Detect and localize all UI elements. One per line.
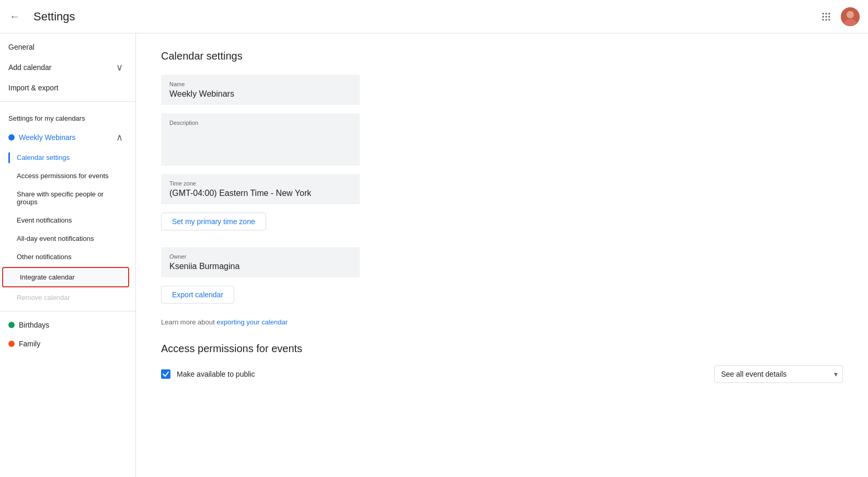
name-value: Weekly Webinars <box>169 89 351 99</box>
add-calendar-label: Add calendar <box>8 63 52 72</box>
make-public-checkbox[interactable] <box>161 369 170 379</box>
svg-point-0 <box>823 13 824 14</box>
general-label: General <box>8 43 35 51</box>
svg-point-3 <box>823 16 824 17</box>
timezone-value: (GMT-04:00) Eastern Time - New York <box>169 189 351 198</box>
svg-point-1 <box>825 13 827 14</box>
weekly-webinars-dot <box>8 134 15 141</box>
owner-field-group: Owner Kseniia Burmagina <box>161 247 360 277</box>
exporting-calendar-link[interactable]: exporting your calendar <box>216 318 288 326</box>
svg-point-5 <box>828 16 830 17</box>
svg-point-8 <box>828 19 830 20</box>
access-permissions-label: Access permissions for events <box>17 172 109 180</box>
share-people-label: Share with specific people or groups <box>17 190 104 206</box>
sidebar-item-weekly-webinars[interactable]: Weekly Webinars ∧ <box>0 126 131 148</box>
sidebar: General Add calendar ∨ Import & export S… <box>0 33 136 477</box>
svg-point-7 <box>825 19 827 20</box>
family-dot <box>8 341 15 347</box>
sidebar-sub-allday-notifications[interactable]: All-day event notifications <box>0 229 131 248</box>
make-public-row: Make available to public See all event d… <box>161 365 843 383</box>
sidebar-sub-access-permissions[interactable]: Access permissions for events <box>0 167 131 185</box>
birthdays-dot <box>8 322 15 328</box>
back-button[interactable]: ← <box>4 6 25 27</box>
my-calendars-section-title: Settings for my calendars <box>0 106 135 126</box>
set-timezone-button[interactable]: Set my primary time zone <box>161 213 266 230</box>
back-icon: ← <box>9 10 20 22</box>
chevron-down-icon: ∨ <box>116 62 123 73</box>
calendar-settings-heading: Calendar settings <box>161 50 843 62</box>
sidebar-divider-1 <box>0 101 135 102</box>
grid-icon <box>821 11 831 22</box>
integrate-calendar-label: Integrate calendar <box>20 273 75 281</box>
calendar-settings-label: Calendar settings <box>17 154 70 161</box>
app-header: ← Settings <box>0 0 868 33</box>
import-export-label: Import & export <box>8 84 59 92</box>
access-permissions-heading: Access permissions for events <box>161 343 843 355</box>
sidebar-item-add-calendar[interactable]: Add calendar ∨ <box>0 56 131 78</box>
sidebar-item-general[interactable]: General <box>0 38 131 56</box>
svg-point-10 <box>847 11 854 18</box>
event-notifications-label: Event notifications <box>17 216 72 224</box>
event-details-dropdown[interactable]: See all event details See only free/busy… <box>714 365 843 383</box>
name-field-group: Name Weekly Webinars <box>161 75 360 105</box>
birthdays-label: Birthdays <box>19 321 49 329</box>
sidebar-sub-other-notifications[interactable]: Other notifications <box>0 248 131 266</box>
name-label: Name <box>169 81 351 87</box>
weekly-webinars-label: Weekly Webinars <box>19 133 75 142</box>
sidebar-sub-remove-calendar[interactable]: Remove calendar <box>0 288 131 307</box>
sidebar-item-birthdays[interactable]: Birthdays <box>0 316 131 334</box>
export-calendar-button[interactable]: Export calendar <box>161 286 234 304</box>
main-content: Calendar settings Name Weekly Webinars D… <box>136 33 868 477</box>
sidebar-item-family[interactable]: Family <box>0 334 131 353</box>
sidebar-item-import-export[interactable]: Import & export <box>0 78 131 97</box>
event-details-dropdown-wrapper: See all event details See only free/busy… <box>714 365 843 383</box>
owner-label: Owner <box>169 253 351 260</box>
svg-point-4 <box>825 16 827 17</box>
user-avatar[interactable] <box>841 7 860 26</box>
owner-value: Kseniia Burmagina <box>169 262 351 271</box>
sidebar-sub-calendar-settings[interactable]: Calendar settings <box>0 148 131 167</box>
timezone-label: Time zone <box>169 180 351 187</box>
sidebar-sub-integrate-calendar[interactable]: Integrate calendar <box>2 267 129 287</box>
header-left: ← Settings <box>4 6 816 27</box>
sidebar-divider-2 <box>0 311 135 311</box>
timezone-field-group: Time zone (GMT-04:00) Eastern Time - New… <box>161 174 360 204</box>
learn-more-text: Learn more about exporting your calendar <box>161 318 843 326</box>
svg-point-2 <box>828 13 830 14</box>
app-layout: General Add calendar ∨ Import & export S… <box>0 33 868 477</box>
family-label: Family <box>19 340 40 348</box>
apps-button[interactable] <box>816 6 837 27</box>
description-field-group: Description <box>161 113 360 166</box>
chevron-up-icon: ∧ <box>116 132 123 143</box>
page-title: Settings <box>33 10 75 24</box>
other-notifications-label: Other notifications <box>17 253 72 261</box>
allday-notifications-label: All-day event notifications <box>17 235 94 242</box>
make-public-label: Make available to public <box>177 370 255 378</box>
description-label: Description <box>169 120 351 126</box>
header-right <box>816 6 860 27</box>
sidebar-sub-share-people[interactable]: Share with specific people or groups <box>0 185 131 211</box>
remove-calendar-label: Remove calendar <box>17 294 70 301</box>
svg-point-6 <box>823 19 824 20</box>
sidebar-sub-event-notifications[interactable]: Event notifications <box>0 211 131 229</box>
